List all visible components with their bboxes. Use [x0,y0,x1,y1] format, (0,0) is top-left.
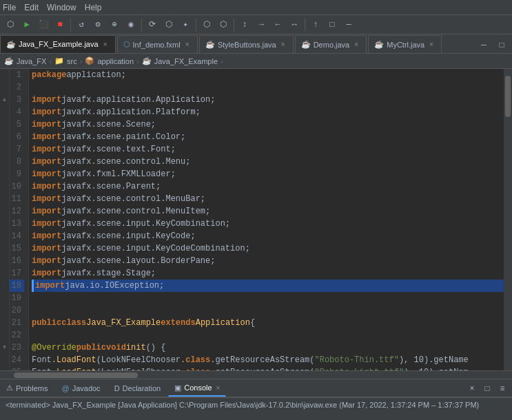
breadcrumb-item-1[interactable]: src [67,57,77,65]
breadcrumb-item-0[interactable]: Java_FX [17,57,46,65]
scrollbar-horizontal[interactable] [0,370,512,379]
code-line-16[interactable]: import javafx.scene.layout.BorderPane; [32,255,504,267]
code-line-1[interactable]: package application; [32,69,504,81]
tab-close-0[interactable]: × [101,40,110,48]
code-line-19[interactable] [32,292,504,304]
hscroll-thumb[interactable] [14,372,138,378]
code-line-8[interactable]: import javafx.scene.control.Menu; [32,156,504,168]
toolbar-left[interactable]: ← [270,17,285,32]
bottom-tab-console[interactable]: ▣ Console × [168,380,226,397]
breadcrumb-item-3[interactable]: Java_FX_Example [154,57,218,65]
toolbar-btn-6[interactable]: ⬡ [216,17,231,32]
menu-help[interactable]: Help [85,3,102,12]
breadcrumb-item-2[interactable]: application [97,57,134,65]
code-line-24[interactable]: Font.LoadFont(LookNFeelChooser.class.get… [32,354,504,366]
toolbar-arrows[interactable]: ↕ [237,17,252,32]
scrollbar-vertical[interactable] [504,69,512,370]
fold-cell-15 [0,242,9,255]
highlight-bar-18 [32,280,34,292]
code-line-3[interactable]: import javafx.application.Application; [32,94,504,106]
tab-demo[interactable]: ☕ Demo.java × [295,35,367,53]
line-num-22: 22 [10,329,24,342]
crumb-icon-1: 📁 [54,56,64,65]
line-num-19: 19 [10,292,24,304]
tab-label-1: Inf_demo.fxml [133,41,181,49]
tab-icon-1: ⬡ [123,40,130,49]
code-line-11[interactable]: import javafx.scene.control.MenuBar; [32,193,504,205]
code-line-18[interactable]: import java.io.IOException; [32,280,504,292]
tab-close-1[interactable]: × [183,41,192,49]
tab-label-3: Demo.java [314,41,350,49]
code-line-21[interactable]: public class Java_FX_Example extends App… [32,317,504,329]
code-line-4[interactable]: import javafx.application.Platform; [32,106,504,118]
code-line-13[interactable]: import javafx.scene.input.KeyCombination… [32,218,504,230]
toolbar-btn-1[interactable]: ⬡ [3,17,18,32]
editor-minimize-btn[interactable]: — [476,38,491,53]
toolbar-btn-2[interactable]: ⟳ [145,17,160,32]
toolbar-run[interactable]: ▶ [19,17,34,32]
tab-close-2[interactable]: × [279,41,287,49]
tab-style-buttons[interactable]: ☕ StyleButtons.java × [199,35,294,53]
toolbar-minimize[interactable]: — [341,17,356,32]
bottom-tab-problems[interactable]: ⚠ Problems [0,380,54,397]
toolbar-debug[interactable]: ⬛ [36,17,51,32]
toolbar-circle[interactable]: ◉ [123,17,139,32]
toolbar-stop[interactable]: ■ [52,17,68,32]
toolbar-add[interactable]: ⊕ [107,17,122,32]
tab-inf-demo[interactable]: ⬡ Inf_demo.fxml × [117,35,198,53]
toolbar-up[interactable]: ↑ [308,17,323,32]
toolbar-btn-5[interactable]: ⬡ [199,17,214,32]
tab-java-fx-example[interactable]: ☕ Java_FX_Example.java × [0,35,116,53]
toolbar-refresh[interactable]: ↺ [74,17,89,32]
code-line-12[interactable]: import javafx.scene.control.MenuItem; [32,205,504,218]
code-line-20[interactable] [32,304,504,317]
code-area[interactable]: package application;import javafx.applic… [29,69,504,370]
tab-myctrl[interactable]: ☕ MyCtrl.java × [368,35,442,53]
menu-file[interactable]: File [3,3,16,12]
toolbar-sep-3 [196,19,196,31]
toolbar-sep-4 [234,19,234,31]
code-line-22[interactable] [32,329,504,342]
line-num-17: 17 [10,267,24,280]
tab-close-4[interactable]: × [427,41,436,49]
toolbar-btn-3[interactable]: ⬡ [161,17,176,32]
bottom-tab-label-3: Console [184,384,212,392]
menu-window[interactable]: Window [47,3,76,12]
bottom-tab-declaration[interactable]: D Declaration [108,380,167,397]
bottom-menu-btn[interactable]: ≡ [495,381,509,395]
code-line-10[interactable]: import javafx.scene.Parent; [32,180,504,193]
code-line-7[interactable]: import javafx.scene.text.Font; [32,143,504,156]
line-num-14: 14 [10,230,24,242]
toolbar-btn-4[interactable]: ✦ [178,17,193,32]
code-line-17[interactable]: import javafx.stage.Stage; [32,267,504,280]
fold-cell-24 [0,354,9,366]
code-line-23[interactable]: @Override public void init() { [32,342,504,354]
code-line-5[interactable]: import javafx.scene.Scene; [32,118,504,131]
javadoc-icon: @ [61,384,69,392]
tab-close-3[interactable]: × [352,41,360,49]
toolbar-right[interactable]: → [254,17,269,32]
tab-icon-0: ☕ [6,40,16,49]
fold-cell-3[interactable]: ▲ [0,94,9,106]
editor-maximize-btn[interactable]: □ [494,38,509,53]
bottom-tab-javadoc[interactable]: @ Javadoc [55,380,106,397]
console-close[interactable]: × [216,384,221,392]
menu-edit[interactable]: Edit [24,3,39,12]
toolbar-maximize[interactable]: □ [325,17,340,32]
scrollbar-thumb[interactable] [505,76,511,117]
toolbar-settings[interactable]: ⚙ [90,17,105,32]
code-line-6[interactable]: import javafx.scene.paint.Color; [32,131,504,143]
fold-cell-23[interactable]: ▼ [0,342,9,354]
status-bar: <terminated> Java_FX_Example [Java Appli… [0,397,512,411]
code-line-2[interactable] [32,81,504,94]
bottom-tab-label-0: Problems [16,384,48,392]
toolbar-horiz[interactable]: ↔ [287,17,302,32]
line-num-6: 6 [10,131,24,143]
code-line-9[interactable]: import javafx.fxml.FXMLLoader; [32,168,504,180]
bottom-close-btn[interactable]: × [465,381,479,395]
code-line-15[interactable]: import javafx.scene.input.KeyCodeCombina… [32,242,504,255]
bottom-minimize-btn[interactable]: □ [480,381,494,395]
code-line-14[interactable]: import javafx.scene.input.KeyCode; [32,230,504,242]
fold-cell-19 [0,292,9,304]
code-line-25[interactable]: Font.LoadFont(LookNFeelChooser.class.get… [32,366,504,370]
